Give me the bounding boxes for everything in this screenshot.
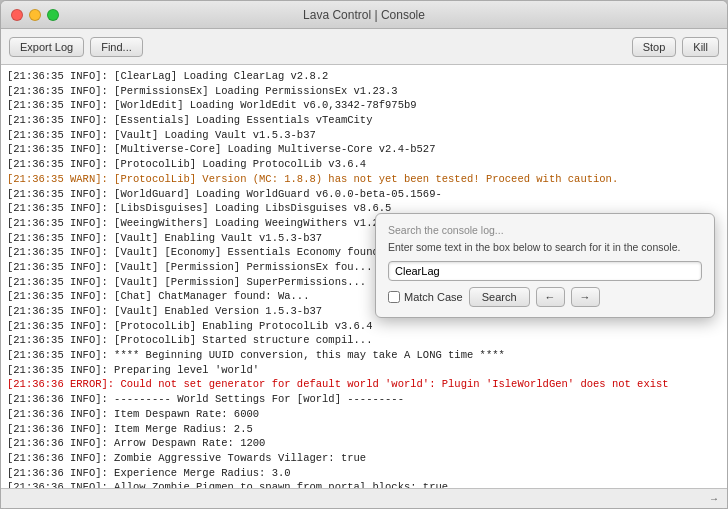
export-log-button[interactable]: Export Log [9,37,84,57]
main-window: Lava Control | Console Export Log Find..… [0,0,728,509]
console-line: [21:36:35 INFO]: Preparing level 'world' [7,363,721,378]
kill-button[interactable]: Kill [682,37,719,57]
search-button[interactable]: Search [469,287,530,307]
toolbar: Export Log Find... Stop Kill [1,29,727,65]
console-line: [21:36:35 INFO]: [WorldEdit] Loading Wor… [7,98,721,113]
console-line: [21:36:35 INFO]: [PermissionsEx] Loading… [7,84,721,99]
title-bar: Lava Control | Console [1,1,727,29]
console-line: [21:36:36 INFO]: Zombie Aggressive Towar… [7,451,721,466]
next-button[interactable]: → [571,287,600,307]
scroll-right-button[interactable]: → [705,493,723,504]
maximize-button[interactable] [47,9,59,21]
console-line: [21:36:36 INFO]: --------- World Setting… [7,392,721,407]
prev-button[interactable]: ← [536,287,565,307]
console-line: [21:36:36 ERROR]: Could not set generato… [7,377,721,392]
console-line: [21:36:36 INFO]: Item Despawn Rate: 6000 [7,407,721,422]
match-case-checkbox[interactable] [388,291,400,303]
console-line: [21:36:35 INFO]: [Multiverse-Core] Loadi… [7,142,721,157]
console-line: [21:36:35 INFO]: [ProtocolLib] Loading P… [7,157,721,172]
close-button[interactable] [11,9,23,21]
find-button[interactable]: Find... [90,37,143,57]
search-controls: Match Case Search ← → [388,287,702,307]
console-line: [21:36:35 INFO]: [ClearLag] Loading Clea… [7,69,721,84]
search-hint: Enter some text in the box below to sear… [388,240,702,255]
toolbar-right: Stop Kill [632,37,719,57]
bottom-bar: → [1,488,727,508]
console-line: [21:36:35 INFO]: [Essentials] Loading Es… [7,113,721,128]
search-popup: Search the console log... Enter some tex… [375,213,715,318]
console-line: [21:36:35 INFO]: [ProtocolLib] Started s… [7,333,721,348]
console-line: [21:36:36 INFO]: Item Merge Radius: 2.5 [7,422,721,437]
console-line: [21:36:35 INFO]: [WorldGuard] Loading Wo… [7,187,721,202]
minimize-button[interactable] [29,9,41,21]
console-line: [21:36:35 INFO]: **** Beginning UUID con… [7,348,721,363]
match-case-label[interactable]: Match Case [388,291,463,303]
console-line: [21:36:35 WARN]: [ProtocolLib] Version (… [7,172,721,187]
console-line: [21:36:36 INFO]: Experience Merge Radius… [7,466,721,481]
console-line: [21:36:36 INFO]: Allow Zombie Pigmen to … [7,480,721,488]
console-line: [21:36:35 INFO]: [Vault] Loading Vault v… [7,128,721,143]
console-line: [21:36:35 INFO]: [ProtocolLib] Enabling … [7,319,721,334]
window-title: Lava Control | Console [303,8,425,22]
search-input[interactable] [388,261,702,281]
console-line: [21:36:36 INFO]: Arrow Despawn Rate: 120… [7,436,721,451]
stop-button[interactable]: Stop [632,37,677,57]
traffic-lights [11,9,59,21]
search-placeholder: Search the console log... [388,224,702,236]
match-case-text: Match Case [404,291,463,303]
content-area: [21:36:35 INFO]: [ClearLag] Loading Clea… [1,65,727,508]
